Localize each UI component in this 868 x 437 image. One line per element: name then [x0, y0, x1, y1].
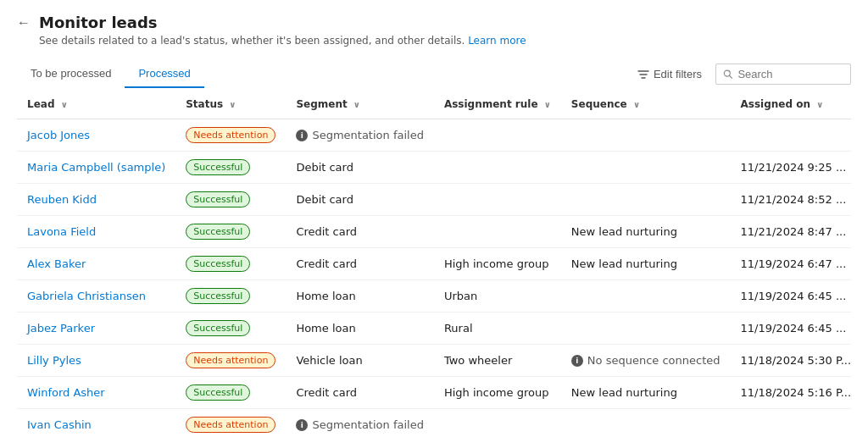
- filter-icon: [637, 69, 649, 80]
- lead-link[interactable]: Jacob Jones: [27, 129, 90, 141]
- cell-assigned-on: 11/21/2024 9:25 ...: [731, 152, 851, 184]
- cell-sequence: iNo sequence connected: [561, 345, 731, 377]
- status-badge: Needs attention: [186, 127, 275, 143]
- cell-assigned-on: 11/19/2024 6:45 ...: [731, 313, 851, 345]
- cell-segment: Vehicle loan: [286, 345, 434, 377]
- table-row: Lavona FieldSuccessfulCredit cardNew lea…: [17, 216, 851, 248]
- edit-filters-button[interactable]: Edit filters: [631, 64, 709, 85]
- col-header-segment[interactable]: Segment ∨: [286, 90, 434, 119]
- cell-status: Successful: [175, 377, 286, 409]
- cell-lead: Winford Asher: [17, 377, 175, 409]
- status-badge: Successful: [186, 224, 250, 240]
- cell-status: Needs attention: [175, 345, 286, 377]
- lead-link[interactable]: Gabriela Christiansen: [27, 290, 146, 302]
- seg-failed-label: Segmentation failed: [312, 418, 424, 431]
- cell-sequence: [561, 184, 731, 216]
- status-badge: Successful: [186, 159, 250, 175]
- cell-sequence: New lead nurturing: [561, 216, 731, 248]
- col-header-assignment-rule[interactable]: Assignment rule ∨: [434, 90, 561, 119]
- table-row: Ivan CashinNeeds attentioniSegmentation …: [17, 409, 851, 438]
- cell-assignment-rule: Two wheeler: [434, 345, 561, 377]
- cell-status: Successful: [175, 313, 286, 345]
- table-row: Maria Campbell (sample)SuccessfulDebit c…: [17, 152, 851, 184]
- cell-status: Needs attention: [175, 119, 286, 152]
- cell-status: Successful: [175, 152, 286, 184]
- tab-to-be-processed[interactable]: To be processed: [17, 60, 125, 88]
- cell-lead: Lavona Field: [17, 216, 175, 248]
- status-badge: Successful: [186, 384, 250, 401]
- cell-sequence: [561, 119, 731, 152]
- cell-segment: Home loan: [286, 313, 434, 345]
- subtitle: See details related to a lead's status, …: [39, 35, 851, 47]
- svg-line-1: [729, 75, 732, 78]
- tab-processed[interactable]: Processed: [125, 60, 203, 88]
- lead-link[interactable]: Alex Baker: [27, 257, 86, 270]
- table-row: Alex BakerSuccessfulCredit cardHigh inco…: [17, 248, 851, 280]
- lead-link[interactable]: Maria Campbell (sample): [27, 161, 165, 174]
- lead-link[interactable]: Jabez Parker: [27, 322, 95, 335]
- cell-assigned-on: 11/18/2024 5:16 P...: [731, 377, 851, 409]
- leads-table: Lead ∨ Status ∨ Segment ∨ Assignment rul…: [17, 90, 851, 437]
- toolbar: To be processed Processed Edit filters: [17, 60, 851, 88]
- lead-link[interactable]: Reuben Kidd: [27, 193, 97, 206]
- table-row: Gabriela ChristiansenSuccessfulHome loan…: [17, 280, 851, 313]
- table-row: Jabez ParkerSuccessfulHome loanRural11/1…: [17, 313, 851, 345]
- cell-assigned-on: [731, 409, 851, 438]
- cell-segment: Credit card: [286, 248, 434, 280]
- cell-segment: Home loan: [286, 280, 434, 313]
- cell-assignment-rule: [434, 184, 561, 216]
- table-row: Jacob JonesNeeds attentioniSegmentation …: [17, 119, 851, 152]
- cell-sequence: New lead nurturing: [561, 248, 731, 280]
- sequence-warning: iNo sequence connected: [571, 354, 721, 367]
- lead-link[interactable]: Lilly Pyles: [27, 354, 81, 367]
- cell-assigned-on: 11/19/2024 6:47 ...: [731, 248, 851, 280]
- lead-link[interactable]: Ivan Cashin: [27, 418, 92, 431]
- lead-link[interactable]: Lavona Field: [27, 225, 96, 238]
- cell-lead: Jabez Parker: [17, 313, 175, 345]
- search-box: [715, 64, 851, 85]
- cell-status: Successful: [175, 248, 286, 280]
- cell-segment: iSegmentation failed: [286, 119, 434, 152]
- cell-sequence: [561, 313, 731, 345]
- page-container: ← Monitor leads See details related to a…: [0, 0, 868, 437]
- status-badge: Needs attention: [186, 352, 275, 368]
- col-header-status[interactable]: Status ∨: [175, 90, 286, 119]
- cell-assignment-rule: Urban: [434, 280, 561, 313]
- back-button[interactable]: ←: [17, 15, 31, 30]
- status-badge: Successful: [186, 288, 250, 304]
- cell-assignment-rule: [434, 152, 561, 184]
- learn-more-link[interactable]: Learn more: [468, 35, 526, 47]
- cell-sequence: New lead nurturing: [561, 377, 731, 409]
- cell-status: Successful: [175, 216, 286, 248]
- tabs: To be processed Processed: [17, 60, 204, 88]
- lead-link[interactable]: Winford Asher: [27, 386, 105, 399]
- cell-sequence: [561, 409, 731, 438]
- cell-assignment-rule: High income group: [434, 377, 561, 409]
- cell-assignment-rule: [434, 409, 561, 438]
- table-row: Lilly PylesNeeds attentionVehicle loanTw…: [17, 345, 851, 377]
- cell-segment: Credit card: [286, 377, 434, 409]
- cell-assigned-on: 11/21/2024 8:52 ...: [731, 184, 851, 216]
- warning-icon: i: [571, 355, 583, 367]
- page-header: ← Monitor leads: [17, 14, 851, 31]
- cell-lead: Gabriela Christiansen: [17, 280, 175, 313]
- cell-assignment-rule: Rural: [434, 313, 561, 345]
- cell-status: Successful: [175, 184, 286, 216]
- cell-status: Needs attention: [175, 409, 286, 438]
- cell-segment: Debit card: [286, 184, 434, 216]
- cell-lead: Maria Campbell (sample): [17, 152, 175, 184]
- status-badge: Needs attention: [186, 417, 275, 433]
- col-header-sequence[interactable]: Sequence ∨: [561, 90, 731, 119]
- cell-assigned-on: 11/18/2024 5:30 P...: [731, 345, 851, 377]
- page-title: Monitor leads: [39, 14, 158, 31]
- col-header-assigned-on[interactable]: Assigned on ∨: [731, 90, 851, 119]
- status-badge: Successful: [186, 191, 250, 207]
- cell-segment: Debit card: [286, 152, 434, 184]
- cell-assignment-rule: High income group: [434, 248, 561, 280]
- cell-assignment-rule: [434, 216, 561, 248]
- cell-lead: Reuben Kidd: [17, 184, 175, 216]
- table-container: Lead ∨ Status ∨ Segment ∨ Assignment rul…: [17, 90, 851, 437]
- col-header-lead[interactable]: Lead ∨: [17, 90, 175, 119]
- seg-failed-label: Segmentation failed: [312, 129, 424, 141]
- search-input[interactable]: [737, 68, 843, 80]
